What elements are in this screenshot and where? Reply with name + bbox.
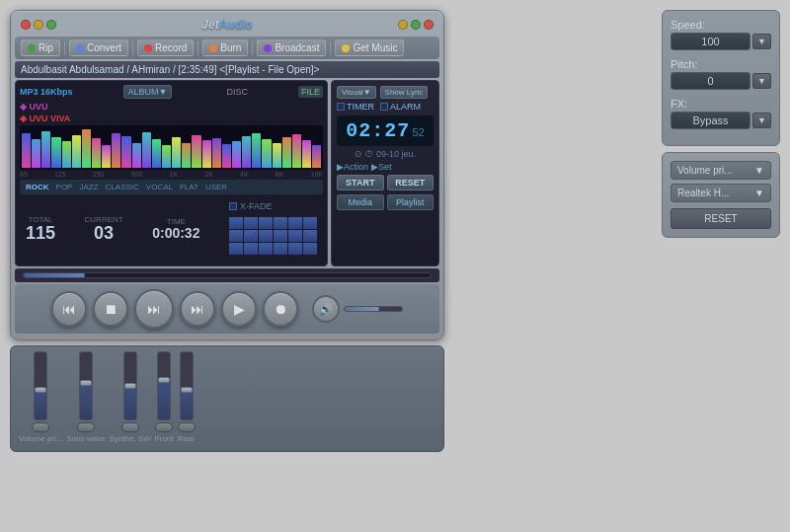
- eq-preset-vocal[interactable]: VOCAL: [144, 182, 175, 192]
- grid-btn-13[interactable]: [244, 243, 258, 255]
- eq-preset-rock[interactable]: ROCK: [24, 182, 51, 192]
- fx-value: Bypass: [671, 112, 750, 129]
- right-controls-section: Speed: 100 ▼ Pitch: 0 ▼ FX: Bypass ▼: [662, 10, 780, 146]
- pitch-arrow[interactable]: ▼: [752, 73, 771, 89]
- broadcast-button[interactable]: Broadcast: [257, 39, 326, 56]
- eq-reset-button[interactable]: RESET: [671, 208, 771, 229]
- timer-check: TIMER: [337, 102, 374, 112]
- toolbar: Rip Convert Record Burn: [15, 37, 439, 59]
- fx-arrow[interactable]: ▼: [752, 113, 771, 128]
- rip-button[interactable]: Rip: [21, 39, 60, 56]
- record-transport-button[interactable]: ⏺: [263, 291, 298, 327]
- eq-preset-flat[interactable]: FLAT: [178, 182, 200, 192]
- playlist-button[interactable]: Playlist: [387, 194, 434, 210]
- eq-preset-jazz[interactable]: JAZZ: [77, 182, 100, 192]
- show-lyric-button[interactable]: Show Lyric: [380, 86, 429, 99]
- file-label: FILE: [298, 86, 323, 98]
- volume-slider[interactable]: [344, 306, 403, 312]
- stats-row: TOTAL 115 CURRENT 03 TIME 0:00:32: [20, 196, 323, 260]
- eq-slider-track-3[interactable]: [157, 351, 171, 420]
- mute-button[interactable]: 🔊: [312, 295, 340, 323]
- volume-pri-button[interactable]: Volume pri... ▼: [671, 161, 771, 180]
- grid-btn-12[interactable]: [229, 243, 243, 255]
- timer-info: ⊙ ⏱ 09-10 jeu.: [337, 149, 434, 159]
- grid-btn-16[interactable]: [288, 243, 302, 255]
- grid-btn-0[interactable]: [229, 217, 243, 229]
- eq-slider-track-4[interactable]: [180, 351, 194, 420]
- eq-label-3: Front: [155, 434, 174, 443]
- grid-btn-15[interactable]: [274, 243, 287, 255]
- grid-btn-5[interactable]: [303, 217, 317, 229]
- track-info-bar: Abdulbasit Abdulsamad / AHmiran / [2:35:…: [15, 61, 439, 78]
- visual-btn[interactable]: Visual▼: [337, 86, 376, 99]
- media-button[interactable]: Media: [337, 194, 384, 210]
- grid-btn-7[interactable]: [244, 230, 258, 242]
- rip-icon: [28, 44, 36, 52]
- play-pause-button[interactable]: ⏭: [134, 289, 174, 329]
- start-button[interactable]: START: [337, 175, 384, 190]
- speed-arrow[interactable]: ▼: [752, 34, 771, 49]
- eq-slider-track-1[interactable]: [79, 351, 93, 420]
- broadcast-icon: [264, 44, 272, 52]
- realtek-button[interactable]: Realtek H... ▼: [671, 184, 771, 202]
- eq-sliders-area: Volume pri...Sons waveSynthé. SWFrontRea…: [19, 354, 435, 443]
- grid-btn-3[interactable]: [274, 217, 287, 229]
- eq-knob-3[interactable]: [155, 422, 173, 432]
- eq-knob-4[interactable]: [178, 422, 196, 432]
- grid-btn-11[interactable]: [303, 230, 317, 242]
- grid-btn-9[interactable]: [274, 230, 287, 242]
- stop-button[interactable]: ⏹: [93, 291, 128, 327]
- window-controls-right: [398, 20, 434, 30]
- timer-checkbox[interactable]: [337, 103, 345, 111]
- speed-param: Speed: 100 ▼: [671, 19, 771, 50]
- seek-bar[interactable]: [23, 272, 432, 278]
- grid-btn-6[interactable]: [229, 230, 243, 242]
- record-button[interactable]: Record: [137, 39, 194, 56]
- reset-button[interactable]: RESET: [387, 175, 434, 190]
- getmusic-icon: [342, 44, 350, 52]
- maximize-button[interactable]: [46, 20, 56, 30]
- grid-btn-14[interactable]: [259, 243, 273, 255]
- set-btn[interactable]: ▶Set: [371, 162, 392, 172]
- pitch-param: Pitch: 0 ▼: [671, 58, 771, 90]
- current-stat: CURRENT 03: [85, 215, 123, 242]
- eq-channel-2: Synthé. SW: [110, 351, 151, 443]
- burn-button[interactable]: Burn: [202, 39, 248, 56]
- max-right[interactable]: [411, 20, 421, 30]
- next-button[interactable]: ⏭: [180, 291, 215, 327]
- eq-preset-pop[interactable]: POP: [54, 182, 75, 192]
- timer-buttons: START RESET: [337, 175, 434, 190]
- grid-btn-4[interactable]: [288, 217, 302, 229]
- open-button[interactable]: ▶: [221, 291, 257, 327]
- eq-knob-1[interactable]: [77, 422, 95, 432]
- grid-btn-10[interactable]: [288, 230, 302, 242]
- prev-button[interactable]: ⏮: [51, 291, 87, 327]
- eq-preset-user[interactable]: USER: [203, 182, 229, 192]
- close-right[interactable]: [424, 20, 434, 30]
- grid-btn-8[interactable]: [259, 230, 273, 242]
- grid-btn-17[interactable]: [303, 243, 317, 255]
- minimize-button[interactable]: [34, 20, 43, 30]
- get-music-button[interactable]: Get Music: [335, 39, 404, 56]
- action-btn[interactable]: ▶Action: [337, 162, 368, 172]
- burn-icon: [209, 44, 217, 52]
- right-eq-buttons: Volume pri... ▼ Realtek H... ▼: [671, 161, 771, 202]
- album-button[interactable]: ALBUM▼: [123, 85, 173, 99]
- alarm-checkbox[interactable]: [380, 103, 388, 111]
- eq-knob-0[interactable]: [32, 422, 49, 432]
- min-right[interactable]: [398, 20, 408, 30]
- eq-slider-track-2[interactable]: [123, 351, 137, 420]
- track-name: Abdulbasit Abdulsamad / AHmiran / [2:35:…: [21, 64, 319, 75]
- timer-display: 02:27 52: [337, 115, 434, 146]
- app-title: JetAudio: [201, 18, 252, 32]
- player-window: JetAudio Rip Convert: [10, 10, 444, 341]
- eq-preset-classic[interactable]: CLASSIC: [104, 182, 141, 192]
- eq-slider-track-0[interactable]: [34, 351, 47, 420]
- xfade-checkbox[interactable]: [229, 202, 237, 210]
- grid-btn-2[interactable]: [259, 217, 273, 229]
- eq-channel-3: Front: [155, 351, 174, 443]
- convert-button[interactable]: Convert: [69, 39, 128, 56]
- close-button[interactable]: [21, 20, 31, 30]
- eq-knob-2[interactable]: [121, 422, 139, 432]
- grid-btn-1[interactable]: [244, 217, 258, 229]
